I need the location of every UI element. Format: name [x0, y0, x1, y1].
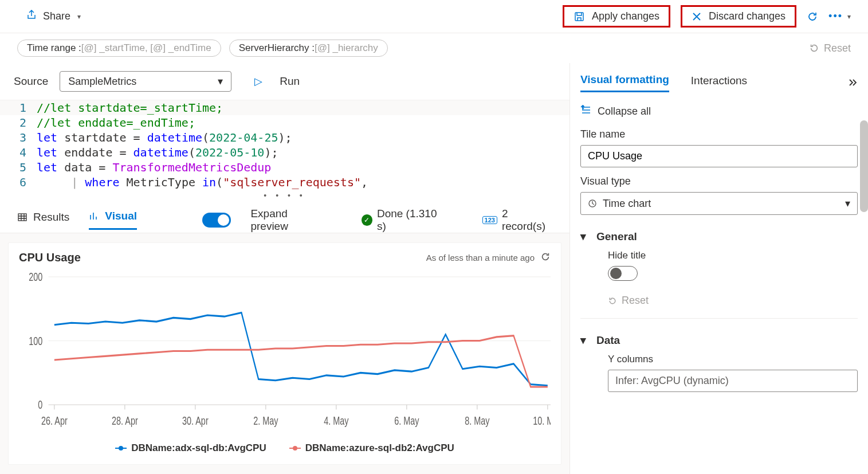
svg-rect-1 [18, 214, 26, 221]
more-button[interactable]: ••• ▾ [828, 10, 851, 22]
share-label: Share [43, 10, 70, 22]
hide-title-label: Hide title [608, 250, 858, 261]
svg-rect-0 [575, 13, 583, 21]
discard-changes-button[interactable]: Discard changes [681, 5, 796, 28]
general-label: General [596, 230, 637, 243]
refresh-button[interactable] [807, 11, 818, 22]
ellipsis-icon: ••• [828, 10, 843, 22]
reset-icon [809, 43, 819, 53]
resize-handle[interactable]: • • • • [0, 190, 569, 201]
apply-changes-button[interactable]: Apply changes [563, 5, 670, 28]
data-label: Data [596, 334, 620, 347]
share-icon [26, 9, 37, 23]
reset-icon [608, 296, 617, 305]
reset-filters-button[interactable]: Reset [809, 42, 851, 54]
result-tabs: Results Visual Expand preview ✓ Done (1.… [0, 201, 569, 233]
source-value: SampleMetrics [68, 76, 136, 88]
legend-label: DBName:azure-sql-db2:AvgCPU [305, 442, 454, 454]
collapse-icon [580, 105, 592, 118]
scrollbar[interactable] [860, 120, 868, 212]
svg-text:26. Apr: 26. Apr [41, 414, 68, 428]
reset-label: Reset [824, 42, 851, 54]
records-icon: 123 [482, 216, 497, 224]
tab-visual-label: Visual [105, 210, 137, 222]
ycolumns-value: Infer: AvgCPU (dynamic) [615, 375, 729, 387]
chevron-down-icon: ▾ [580, 230, 586, 243]
share-button[interactable]: Share ▾ [26, 9, 81, 23]
source-row: Source SampleMetrics ▾ ▷ Run [0, 63, 569, 100]
chart-title: CPU Usage [19, 251, 81, 264]
chevron-down-icon: ▾ [845, 197, 850, 210]
collapse-all-label: Collapse all [598, 105, 651, 117]
legend-marker-icon [115, 448, 127, 449]
svg-text:0: 0 [38, 398, 42, 412]
expand-preview-toggle[interactable] [202, 213, 231, 228]
chart-card: CPU Usage As of less than a minute ago 2… [8, 242, 561, 465]
tab-visual-formatting[interactable]: Visual formatting [580, 73, 669, 92]
visual-type-label: Visual type [580, 175, 858, 187]
svg-text:30. Apr: 30. Apr [182, 414, 209, 428]
tab-visual[interactable]: Visual [89, 210, 137, 230]
run-button[interactable]: ▷ Run [254, 75, 300, 88]
ycolumns-label: Y columns [608, 354, 858, 365]
refresh-chart-button[interactable] [540, 252, 551, 264]
records-text: 2 record(s) [502, 207, 552, 233]
visual-formatting-pane: Visual formatting Interactions Collapse … [570, 63, 868, 474]
hide-title-toggle[interactable] [608, 266, 638, 281]
svg-text:8. May: 8. May [465, 414, 490, 428]
svg-text:4. May: 4. May [324, 414, 349, 428]
legend-item[interactable]: DBName:azure-sql-db2:AvgCPU [289, 442, 454, 454]
visual-type-value: Time chart [603, 198, 651, 210]
chevron-down-icon: ▾ [77, 13, 81, 21]
svg-text:200: 200 [29, 271, 42, 284]
svg-text:28. Apr: 28. Apr [112, 414, 138, 428]
filter-bar: Time range : [@] _startTime, [@] _endTim… [0, 33, 868, 63]
source-select[interactable]: SampleMetrics ▾ [60, 71, 231, 92]
play-icon: ▷ [254, 75, 262, 88]
chevron-down-icon: ▾ [218, 75, 223, 88]
legend-item[interactable]: DBName:adx-sql-db:AvgCPU [115, 442, 266, 454]
ycolumns-select[interactable]: Infer: AvgCPU (dynamic) [608, 370, 858, 392]
hierarchy-param: [@] _hierarchy [315, 42, 378, 54]
collapse-all-button[interactable]: Collapse all [580, 105, 858, 118]
discard-label: Discard changes [709, 10, 785, 22]
tab-results-label: Results [33, 211, 69, 224]
status-text: Done (1.310 s) [377, 207, 447, 233]
expand-pane-button[interactable] [846, 77, 858, 89]
svg-text:6. May: 6. May [394, 414, 419, 428]
top-toolbar: Share ▾ Apply changes Discard changes ••… [0, 0, 868, 33]
run-label: Run [280, 75, 300, 88]
server-hierarchy-filter[interactable]: ServerHierarchy : [@] _hierarchy [229, 40, 388, 57]
tile-name-label: Tile name [580, 128, 858, 140]
tile-name-input[interactable] [580, 145, 858, 167]
legend-marker-icon [289, 448, 301, 449]
code-editor[interactable]: 1//let startdate=_startTime; 2//let endd… [0, 100, 569, 190]
svg-text:2. May: 2. May [253, 414, 278, 428]
reset-label: Reset [622, 295, 649, 307]
section-data[interactable]: ▾ Data [580, 334, 858, 347]
section-general[interactable]: ▾ General [580, 230, 858, 243]
visual-type-select[interactable]: Time chart ▾ [580, 192, 858, 215]
source-label: Source [14, 75, 48, 88]
tab-interactions[interactable]: Interactions [691, 75, 747, 92]
time-range-filter[interactable]: Time range : [@] _startTime, [@] _endTim… [17, 40, 221, 57]
clock-icon [588, 199, 597, 208]
legend-label: DBName:adx-sql-db:AvgCPU [131, 442, 266, 454]
expand-preview-label: Expand preview [250, 207, 325, 233]
chevron-down-icon: ▾ [580, 334, 586, 347]
chevron-down-icon: ▾ [847, 13, 851, 21]
check-icon: ✓ [362, 214, 372, 226]
svg-text:100: 100 [29, 334, 42, 347]
close-icon [692, 11, 702, 22]
time-range-label: Time range : [27, 42, 81, 54]
time-range-param: [@] _startTime, [@] _endTime [81, 42, 211, 54]
reset-section-button[interactable]: Reset [608, 295, 858, 307]
svg-text:10. May: 10. May [533, 414, 551, 428]
chart-timestamp: As of less than a minute ago [426, 253, 535, 263]
save-icon [574, 11, 585, 22]
query-status: ✓ Done (1.310 s) [362, 207, 447, 233]
apply-label: Apply changes [592, 10, 659, 22]
divider [580, 318, 858, 319]
time-chart: 200 100 0 26. Apr28. Apr30. Apr2. May4. … [19, 269, 551, 437]
tab-results[interactable]: Results [17, 211, 69, 229]
